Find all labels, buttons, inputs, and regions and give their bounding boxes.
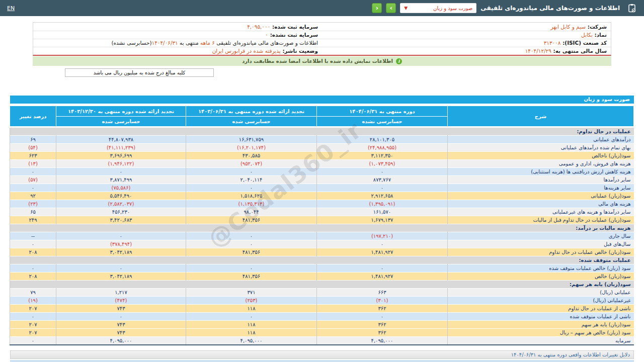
col-header-change-percent: درصد تغییر [10,106,56,127]
table-row: هزینه کاهش ارزش دریافتنی ها (هزینه استثن… [10,168,634,176]
statement-title-bar: صورت سود و زیان [10,96,634,104]
table-row: ناشی از عملیات در حال تداوم۳۶۲۱۱۸۷۴۳۲۰۷ [10,305,634,313]
row-value-change: (۲۳) [10,200,56,208]
signature-match-banner: i اطلاعات نمایش داده شده با اطلاعات امضا… [33,56,611,66]
row-label: سود(زیان) عملیاتی [448,192,634,200]
row-value-annual: ۷۴۳ [56,305,186,313]
next-statement-button[interactable]: › [386,3,396,13]
row-label: ناشی از عملیات در حال تداوم [448,305,634,313]
col-subheader-prior-audit: حسابرسی شده [186,117,317,127]
row-value-annual: ۰ [56,264,186,273]
row-value-current: ۰ [317,313,448,321]
row-label: هزینه کاهش ارزش دریافتنی ها (هزینه استثن… [448,168,634,176]
table-row: عملیاتی (ریال)۶۶۳۳۷۱۱,۲۱۷۷۹ [10,289,634,297]
row-value-annual: ۳,۰۴۲,۱۸۹ [56,248,186,256]
info-label: شرکت: [586,24,607,30]
row-value-prior: ۳۷۱ [186,289,317,297]
english-language-link[interactable]: EN [7,5,15,12]
row-label: سایر هزینه‌ها [448,184,634,192]
banner-text: اطلاعات نمایش داده شده با اطلاعات امضا ش… [242,58,393,64]
row-value-annual: ۰ [56,232,186,240]
col-header-prior-period: تجدید ارائه شده دوره منتهی به ۱۴۰۳/۰۶/۳۱ [186,106,317,117]
info-label: وضعیت ناشر: [281,48,318,54]
clipboard-report-icon [627,3,637,13]
info-value: ۳۱۳۰۰۸ [544,40,561,46]
row-label: سود(زیان) ناخالص [448,152,634,160]
table-row: سایر درآمدها۸۷۳,۷۶۷۲,۰۴۰,۱۱۴۳,۸۷۱,۴۹۹(۵۷… [10,176,634,184]
row-value-prior: ۹۸,۰۴۴ [186,208,317,216]
row-value-annual: ۳,۸۷۱,۴۹۹ [56,176,186,184]
row-value-change: ۰ [10,184,56,192]
col-header-current-period: دوره منتهی به ۱۴۰۴/۰۶/۳۱ [317,106,448,117]
dropdown-selected-value: صورت سود و زیان [433,6,472,11]
info-label: سرمایه ثبت شده: [270,24,318,30]
row-value-change: (۱۳) [10,160,56,168]
info-cell: سال مالی منتهی به: ۱۴۰۴/۱۲/۲۹ [322,47,611,55]
table-row: سرمایه۴,۰۹۵,۰۰۰۴,۰۹۵,۰۰۰۴,۰۹۵,۰۰۰۰ [10,337,634,345]
row-value-annual: ۱,۲۱۷ [56,289,186,297]
table-row: سود(زیان) خالص عملیات در حال تداوم۱,۴۸۱,… [10,248,634,256]
table-row: هزینه های مالی(۱,۳۹۵,۰۹۱)(۱,۱۳۵,۳۱۳)(۲,۵… [10,200,634,208]
section-header-row: عملیات متوقف شده: [10,256,634,264]
row-label: هزینه های فروش، اداری و عمومی [448,160,634,168]
row-label: ناشی از عملیات متوقف شده [448,313,634,321]
change-reasons-accordion[interactable]: دلایل تغییرات اطلاعات واقعی دوره منتهی ب… [10,350,634,359]
row-value-annual: ۵,۵۴۶,۴۹۰ [56,192,186,200]
info-row: نماد: بکابلسرمایه ثبت نشده: ۰ [33,31,611,39]
row-value-annual: (۱,۹۴۶,۱۲۲) [56,160,186,168]
info-cell: سرمایه ثبت نشده: ۰ [33,31,322,39]
row-value-change: ۶۹ [10,136,56,144]
table-row: سال جاری(۱۹۷,۲۱۰)۰۰-- [10,232,634,240]
table-row: سود(زیان) پایه هر سهم۳۶۲۱۱۸۷۴۳۲۰۷ [10,321,634,329]
row-value-prior: (۹۵۲,۰۷۴) [186,160,317,168]
row-value-change: ۲۰۸ [10,248,56,256]
row-value-current: ۳۶۲ [317,305,448,313]
row-value-change: ۲۰۷ [10,329,56,337]
section-header-row: هزینه مالیات بر درآمد: [10,224,634,232]
row-value-change: -- [10,232,56,240]
info-cell: وضعیت ناشر: پذیرفته شده در فرابورس ایران [33,47,322,55]
row-label: هزینه های مالی [448,200,634,208]
section-label: عملیات متوقف شده: [10,256,634,264]
row-value-change: ۲۰۷ [10,321,56,329]
row-label: سود(زیان) خالص عملیات در حال تداوم [448,248,634,256]
row-value-current: ۳,۱۱۲,۳۵۰ [317,152,448,160]
statement-type-dropdown[interactable]: صورت سود و زیان ▼ [400,3,476,13]
row-value-current: ۱,۶۷۹,۱۳۷ [317,216,448,224]
row-value-prior: ۴۳۰,۵۸۵ [186,152,317,160]
info-value: ۱۴۰۴/۰۶/۳۱ [152,40,178,46]
section-header-row: عملیات در حال تداوم: [10,127,634,136]
table-row: سود (زیان) خالص عملیات متوقف شده۰۰۰۰ [10,264,634,273]
row-value-annual: ۰ [56,313,186,321]
row-value-change: ۰ [10,240,56,248]
info-label: سال مالی منتهی به: [551,48,607,54]
chevron-down-icon: ▼ [404,6,408,11]
info-label: نماد: [593,32,607,38]
col-header-annual-period: تجدید ارائه شده دوره منتهی به ۱۴۰۳/۱۲/۳۰ [56,106,186,117]
info-label: کد صنعت (ISIC): [560,40,607,46]
row-value-current: (۱,۰۷۳,۴۵۹) [317,160,448,168]
table-row: سود(زیان) عملیات در حال تداوم قبل از مال… [10,216,634,224]
row-value-prior: ۰ [186,232,317,240]
row-value-current: ۳۶۲ [317,321,448,329]
row-value-change: (۵۷) [10,176,56,184]
top-navigation-bar: اطلاعات و صورت‌های مالی میاندوره‌ای تلفی… [0,0,644,16]
section-label: هزینه مالیات بر درآمد: [10,224,634,232]
row-value-annual: ۴,۰۹۵,۰۰۰ [56,337,186,345]
row-label: عملیاتی (ریال) [448,289,634,297]
row-label: غیرعملیاتی (ریال) [448,297,634,305]
row-value-current: ۱,۴۸۱,۹۲۷ [317,248,448,256]
table-row: ناشی از عملیات متوقف شده۰۰۰۰ [10,313,634,321]
row-value-change: (۱۹) [10,297,56,305]
info-row: شرکت: سیم و کابل ابهرسرمایه ثبت شده: ۴,۰… [33,23,611,31]
row-value-prior: (۱۶,۲۰۱,۱۷۴) [186,144,317,152]
row-value-change: ۰ [10,337,56,345]
table-row: درآمدهای عملیاتی۲۸,۱۰۱,۳۰۵۱۶,۶۳۱,۷۵۹۴۴,۸… [10,136,634,144]
row-value-current: (۱۹۷,۲۱۰) [317,232,448,240]
row-value-prior: ۱۱۸ [186,329,317,337]
table-row: هزینه های فروش، اداری و عمومی(۱,۰۷۳,۴۵۹)… [10,160,634,168]
row-value-change: ۲۴۹ [10,216,56,224]
prev-statement-button[interactable]: ‹ [372,3,382,13]
row-value-annual: ۳,۶۹۶,۶۹۹ [56,152,186,160]
row-value-annual: (۴۷۴) [56,297,186,305]
